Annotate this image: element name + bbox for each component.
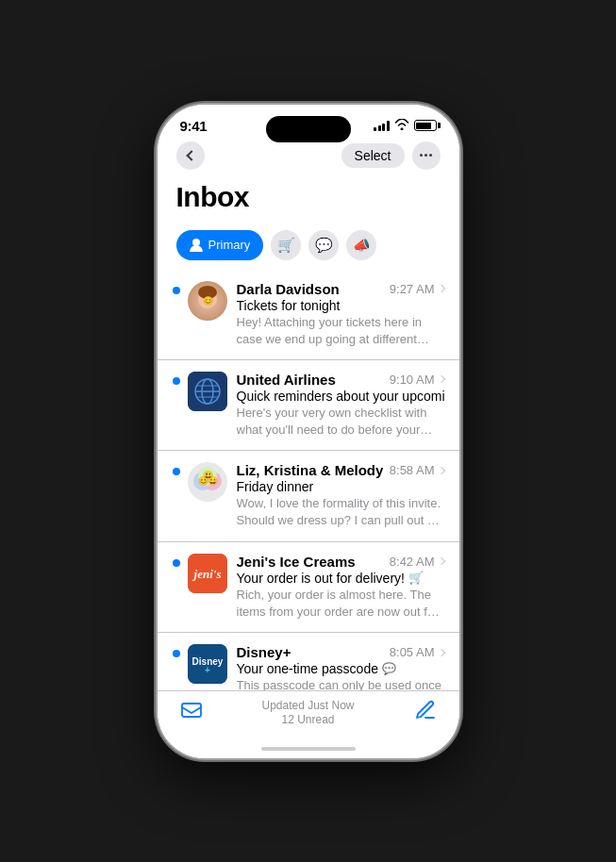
unread-count: 12 Unread <box>281 713 334 726</box>
chevron-right-2 <box>437 467 444 474</box>
back-chevron-icon <box>186 150 196 160</box>
sender-name-3: Jeni's Ice Creams <box>237 554 356 570</box>
avatar-0: 😊 <box>188 281 227 321</box>
unread-dot-4 <box>173 650 180 657</box>
mail-content-2: Liz, Kristina & Melody 8:58 AM Friday di… <box>237 462 444 529</box>
status-icons <box>374 119 437 133</box>
sender-name-1: United Airlines <box>237 372 336 388</box>
mail-content-4: Disney+ 8:05 AM Your one-time passcode 💬… <box>237 644 444 690</box>
phone-shell: 9:41 <box>158 105 459 758</box>
sender-name-4: Disney+ <box>237 644 291 660</box>
mail-item-0[interactable]: 😊 Darla Davidson 9:27 AM Tickets for ton… <box>158 270 459 360</box>
nav-actions: Select <box>341 141 441 170</box>
shopping-icon: 🛒 <box>277 237 295 254</box>
chevron-right-0 <box>437 285 444 292</box>
mail-header-row-2: Liz, Kristina & Melody 8:58 AM <box>237 462 444 478</box>
mail-header-row-4: Disney+ 8:05 AM <box>237 644 444 660</box>
mail-preview-0: Hey! Attaching your tickets here in case… <box>237 314 444 348</box>
tab-promotions[interactable]: 📣 <box>346 230 376 260</box>
mail-subject-0: Tickets for tonight <box>237 298 444 313</box>
compose-button[interactable] <box>414 699 437 725</box>
mail-time-row-1: 9:10 AM <box>390 373 444 387</box>
avatar-2: 😊 😄 😃 <box>188 462 227 502</box>
sender-name-2: Liz, Kristina & Melody <box>237 462 384 478</box>
messages-icon: 💬 <box>315 237 333 254</box>
mail-item-2[interactable]: 😊 😄 😃 Liz, Kristina & Melody 8:58 AM <box>158 451 459 541</box>
mail-list: 😊 Darla Davidson 9:27 AM Tickets for ton… <box>158 270 459 690</box>
more-dots-icon <box>420 154 432 157</box>
category-tabs: Primary 🛒 💬 📣 <box>158 223 459 270</box>
mail-content-1: United Airlines 9:10 AM Quick reminders … <box>237 372 444 439</box>
battery-icon <box>414 120 437 131</box>
status-bar: 9:41 <box>158 105 459 138</box>
shopping-badge-3: 🛒 <box>408 571 424 585</box>
mail-time-row-3: 8:42 AM <box>390 555 444 569</box>
mail-item-3[interactable]: jeni's Jeni's Ice Creams 8:42 AM Your or… <box>158 542 459 633</box>
message-badge-4: 💬 <box>382 662 396 675</box>
status-time: 9:41 <box>180 118 208 134</box>
sender-name-0: Darla Davidson <box>237 281 340 297</box>
updated-label: Updated Just Now <box>261 699 354 712</box>
mail-subject-4: Your one-time passcode 💬 <box>237 661 444 676</box>
mail-time-3: 8:42 AM <box>390 555 435 569</box>
chevron-right-4 <box>437 648 444 655</box>
mail-subject-2: Friday dinner <box>237 479 444 494</box>
home-bar <box>261 747 356 751</box>
tab-primary[interactable]: Primary <box>176 230 264 260</box>
inbox-header: Inbox <box>158 177 459 223</box>
svg-text:😊: 😊 <box>202 295 213 307</box>
bottom-bar: Updated Just Now 12 Unread <box>158 690 459 739</box>
person-icon <box>190 239 203 252</box>
mail-preview-4: This passcode can only be used once and … <box>237 677 444 690</box>
mail-preview-3: Rich, your order is almost here. The ite… <box>237 587 444 621</box>
unread-dot-3 <box>173 559 180 567</box>
back-button[interactable] <box>176 141 205 170</box>
mail-time-row-2: 8:58 AM <box>390 463 444 477</box>
more-button[interactable] <box>412 141 441 170</box>
mail-preview-2: Wow, I love the formality of this invite… <box>237 495 444 529</box>
mail-header-row-3: Jeni's Ice Creams 8:42 AM <box>237 554 444 570</box>
mail-time-2: 8:58 AM <box>390 463 435 477</box>
mail-time-0: 9:27 AM <box>390 282 435 296</box>
mail-time-row-0: 9:27 AM <box>390 282 444 296</box>
mail-item-1[interactable]: United Airlines 9:10 AM Quick reminders … <box>158 360 459 451</box>
svg-text:jeni's: jeni's <box>191 567 221 581</box>
unread-dot-2 <box>173 468 180 475</box>
mail-header-row-0: Darla Davidson 9:27 AM <box>237 281 444 297</box>
svg-text:+: + <box>205 665 210 675</box>
mail-subject-1: Quick reminders about your upcoming... 🛒 <box>237 389 444 404</box>
tab-messages[interactable]: 💬 <box>308 230 339 260</box>
screen: 9:41 <box>158 105 459 758</box>
unread-dot-0 <box>173 287 180 294</box>
mail-time-1: 9:10 AM <box>390 373 435 387</box>
chevron-right-1 <box>437 375 444 383</box>
chevron-right-3 <box>437 557 444 565</box>
svg-text:😃: 😃 <box>202 470 213 481</box>
tab-shopping[interactable]: 🛒 <box>271 230 301 260</box>
mail-header-row-1: United Airlines 9:10 AM <box>237 372 444 388</box>
wifi-icon <box>394 119 409 133</box>
home-indicator <box>158 739 459 758</box>
mail-item-4[interactable]: Disney + Disney+ 8:05 AM Your one-time p… <box>158 633 459 690</box>
avatar-1 <box>188 372 227 411</box>
avatar-3: jeni's <box>188 554 227 593</box>
nav-bar: Select <box>158 138 459 177</box>
svg-rect-26 <box>182 704 201 717</box>
signal-icon <box>374 121 390 131</box>
mail-preview-1: Here's your very own checklist with what… <box>237 405 444 439</box>
select-button[interactable]: Select <box>341 143 405 168</box>
mail-subject-3: Your order is out for delivery! 🛒 <box>237 571 444 586</box>
mail-content-3: Jeni's Ice Creams 8:42 AM Your order is … <box>237 554 444 621</box>
tab-primary-label: Primary <box>208 238 251 252</box>
inbox-title: Inbox <box>176 181 441 213</box>
bottom-bar-center: Updated Just Now 12 Unread <box>261 699 354 726</box>
promotions-icon: 📣 <box>353 237 371 254</box>
mailbox-button[interactable] <box>180 699 203 725</box>
mail-time-4: 8:05 AM <box>390 645 435 659</box>
mail-content-0: Darla Davidson 9:27 AM Tickets for tonig… <box>237 281 444 348</box>
unread-dot-1 <box>173 377 180 385</box>
dynamic-island <box>266 116 351 142</box>
mail-time-row-4: 8:05 AM <box>390 645 444 659</box>
avatar-4: Disney + <box>188 644 227 684</box>
